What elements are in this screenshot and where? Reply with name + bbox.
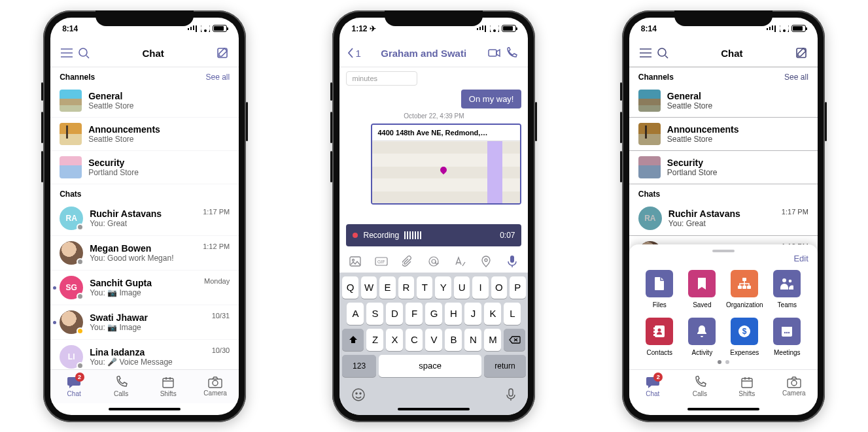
key[interactable]: W [361,276,377,299]
image-icon[interactable] [349,255,362,268]
search-icon[interactable] [75,44,92,61]
page-title: Chat [92,48,214,59]
key[interactable]: U [454,276,470,299]
channel-row[interactable]: AnnouncementsSeattle Store [50,118,239,151]
mention-icon[interactable] [427,255,440,268]
app-activity[interactable]: Activity [681,318,723,356]
space-key[interactable]: space [379,355,482,377]
teams-icon [773,270,801,297]
location-icon[interactable] [479,255,493,268]
key[interactable]: P [510,276,525,299]
emoji-icon[interactable] [351,388,366,402]
key[interactable]: D [386,303,403,325]
key[interactable]: H [445,303,462,325]
format-icon[interactable] [453,255,466,268]
chat-title[interactable]: Graham and Swati [361,48,487,59]
app-label: Expenses [730,349,759,356]
edit-button[interactable]: Edit [638,254,808,263]
key[interactable]: R [398,276,414,299]
app-contacts[interactable]: Contacts [638,318,681,356]
key[interactable]: L [504,303,521,325]
calendar-icon [773,318,801,345]
recording-bar[interactable]: Recording 0:07 [346,224,521,246]
app-files[interactable]: Files [638,270,681,308]
chat-row[interactable]: SG Sanchit GuptaYou: 📷 Image Monday [50,271,239,305]
compose-icon[interactable] [214,44,231,61]
key[interactable]: Q [342,276,358,299]
overlay[interactable]: Edit FilesSavedOrganizationTeamsContacts… [629,18,818,415]
channel-avatar [60,156,82,178]
see-all-link[interactable]: See all [205,73,230,82]
key[interactable]: A [347,303,364,325]
key[interactable]: I [472,276,488,299]
cellular-icon [188,25,198,32]
badge: 2 [75,373,84,382]
return-key[interactable]: return [484,355,525,377]
hamburger-icon[interactable] [58,44,75,61]
key[interactable]: K [484,303,501,325]
key[interactable]: Y [435,276,451,299]
app-organization[interactable]: Organization [723,270,766,308]
org-icon [731,270,758,297]
chat-row[interactable]: Swati JhawarYou: 📷 Image 10/31 [50,305,239,340]
key[interactable]: M [484,329,501,351]
back-button[interactable]: 1 [347,48,360,59]
calls-icon [693,376,706,389]
battery-icon [213,25,227,32]
gif-icon[interactable]: GIF [375,255,388,268]
key[interactable]: G [425,303,442,325]
audio-call-icon[interactable] [503,44,520,61]
tab-label: Calls [114,390,128,397]
app-meetings[interactable]: Meetings [766,318,808,356]
numeric-key[interactable]: 123 [342,355,375,377]
key[interactable]: V [425,329,442,351]
key[interactable]: E [379,276,395,299]
tab-calls[interactable]: Calls [676,370,723,403]
key[interactable]: J [464,303,481,325]
chat-row[interactable]: RA Ruchir AstavansYou: Great 1:17 PM [50,201,239,236]
keyboard[interactable]: QWERTYUIOPASDFGHJKLZXCVBNM123spacereturn [339,273,528,384]
app-expenses[interactable]: $Expenses [723,318,766,356]
tab-chat[interactable]: 2Chat [629,370,676,403]
backspace-key[interactable] [504,329,525,351]
top-nav: 1 Graham and Swati [339,40,528,67]
channel-row[interactable]: GeneralSeattle Store [50,84,239,118]
outgoing-message[interactable]: On my way! [461,90,522,108]
tab-camera[interactable]: Camera [771,370,818,403]
mic-icon[interactable] [506,255,519,268]
app-saved[interactable]: Saved [681,270,723,308]
svg-rect-25 [747,286,751,289]
svg-point-12 [485,259,487,261]
attach-icon[interactable] [401,255,414,268]
key[interactable]: T [417,276,432,299]
key[interactable]: C [406,329,423,351]
key[interactable]: B [445,329,462,351]
svg-rect-24 [742,286,746,289]
app-label: Meetings [774,349,801,356]
shift-key[interactable] [342,329,364,351]
chat-row[interactable]: LI Lina IadanzaYou: 🎤 Voice Message 10/3… [50,340,239,369]
video-call-icon[interactable] [486,44,503,61]
chat-body[interactable]: minutes On my way! October 22, 4:39 PM 4… [339,67,528,220]
svg-rect-22 [742,278,746,281]
key[interactable]: S [366,303,383,325]
tab-camera[interactable]: Camera [192,370,239,403]
tab-shifts[interactable]: Shifts [145,370,192,403]
key[interactable]: Z [366,329,383,351]
location-card[interactable]: 4400 148th Ave NE, Redmond,… [371,124,521,205]
svg-rect-5 [489,50,496,56]
key[interactable]: X [386,329,403,351]
tab-chat[interactable]: 2Chat [50,370,97,403]
sheet-handle[interactable] [712,250,735,252]
tab-calls[interactable]: Calls [97,370,145,403]
dictation-icon[interactable] [506,388,516,402]
tab-shifts[interactable]: Shifts [723,370,771,403]
key[interactable]: N [464,329,481,351]
chat-row[interactable]: Megan BowenYou: Good work Megan! 1:12 PM [50,236,239,271]
channel-row[interactable]: SecurityPortland Store [50,151,239,184]
phone-chat-list: 8:14 Chat ChannelsSee all GeneralSeattle… [43,10,246,422]
app-teams[interactable]: Teams [766,270,808,308]
key[interactable]: O [491,276,507,299]
key[interactable]: F [406,303,423,325]
svg-rect-2 [163,378,173,388]
